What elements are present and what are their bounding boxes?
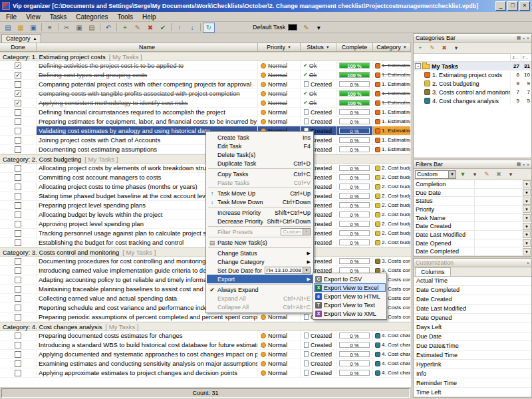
filter-icon[interactable]: ▼	[458, 170, 468, 179]
task-checkbox[interactable]	[15, 193, 21, 200]
delete-category-icon[interactable]: ✖	[439, 43, 450, 53]
column-item-hyperlink[interactable]: Hyperlink	[414, 360, 531, 369]
task-checkbox[interactable]: ✓	[15, 72, 21, 78]
category-group-row[interactable]: Category: 1. Estimating project costs[ M…	[0, 52, 411, 61]
edit-category-icon[interactable]: ✎	[427, 43, 438, 53]
menu-item-change-category[interactable]: Change Category▶	[207, 257, 313, 266]
column-item-due-date[interactable]: Due Date	[414, 332, 531, 342]
task-checkbox[interactable]	[15, 277, 21, 283]
filter-value-dropdown-icon[interactable]: ▼	[523, 248, 531, 255]
task-checkbox[interactable]	[15, 314, 21, 321]
menu-view[interactable]: View	[21, 13, 45, 21]
menu-item-set-due-date-for-selected-tasks[interactable]: Set Due Date for selected tasksПн 13.10.…	[207, 266, 313, 275]
filter-value-dropdown-icon[interactable]: ▼	[523, 214, 531, 221]
filter-row-date-created[interactable]: Date Created▼	[414, 222, 531, 231]
menu-item-expand-all[interactable]: Expand AllCtrl+Alt+E	[207, 294, 313, 303]
filter-value-dropdown-icon[interactable]: ▼	[523, 205, 531, 213]
category-group-row[interactable]: Category: 4. Cost changes analysis[ My T…	[0, 322, 411, 331]
task-checkbox[interactable]: ✓	[15, 100, 21, 106]
filter-row-date-last-modified[interactable]: Date Last Modified▼	[414, 231, 531, 239]
filters-more-icon[interactable]: ▾	[505, 170, 516, 179]
menu-item-export[interactable]: Export▶	[207, 275, 313, 283]
task-checkbox[interactable]	[15, 202, 21, 209]
task-checkbox[interactable]	[15, 286, 21, 293]
complete-task-icon[interactable]: ✔	[157, 23, 169, 33]
menu-tasks[interactable]: Tasks	[45, 13, 72, 21]
menu-item-delete-task-s[interactable]: Delete Task(s)	[207, 150, 313, 159]
submenu-item-export-view-to-text[interactable]: TExport View to Text	[314, 301, 386, 309]
panel-close-icon[interactable]: ×	[527, 36, 529, 41]
cut-icon[interactable]: ✂	[61, 23, 72, 33]
task-checkbox[interactable]: ✓	[15, 90, 21, 97]
categories-more-icon[interactable]: ▾	[451, 43, 462, 53]
task-checkbox[interactable]	[15, 267, 21, 274]
panel-pin-icon[interactable]: ▪	[523, 162, 524, 167]
default-task-color-swatch[interactable]	[288, 24, 297, 31]
move-task-down-icon[interactable]: ↓	[186, 23, 198, 33]
undo-icon[interactable]: ↶	[102, 23, 114, 33]
filter-value-dropdown-icon[interactable]: ▼	[523, 198, 531, 205]
column-header-done[interactable]: Done	[0, 43, 37, 51]
group-by-category-tab[interactable]: Category ▲	[1, 34, 41, 43]
minimize-button[interactable]: _	[495, 1, 506, 11]
refresh-icon[interactable]: ↻	[203, 23, 215, 33]
new-task-icon[interactable]: +	[119, 23, 131, 33]
submenu-item-export-view-to-xml[interactable]: XExport View to XML	[314, 309, 386, 318]
column-item-date-opened[interactable]: Date Opened	[414, 314, 531, 323]
task-row[interactable]: ✓Defining cost types and grouping costsN…	[0, 70, 411, 80]
maximize-button[interactable]: □	[507, 1, 518, 11]
close-button[interactable]: ×	[519, 1, 530, 11]
menu-item-copy-tasks[interactable]: Copy TasksCtrl+C	[207, 170, 313, 178]
tree-item-3-costs-control-and-monitoring[interactable]: 3. Costs control and monitoring77	[414, 88, 531, 96]
edit-default-task-icon[interactable]: ✎	[300, 23, 312, 33]
menu-item-duplicate-task[interactable]: Duplicate TaskCtrl+D	[207, 159, 313, 168]
tree-expander-icon[interactable]: -	[415, 63, 421, 69]
menu-categories[interactable]: Categories	[71, 13, 112, 21]
filter-value-dropdown-icon[interactable]: ▼	[523, 180, 531, 188]
task-row[interactable]: ✓Defining activities the project cost is…	[0, 61, 411, 70]
filter-value-dropdown-icon[interactable]: ▼	[523, 189, 531, 196]
task-row[interactable]: Preparing documented costs estimates for…	[0, 331, 411, 340]
task-checkbox[interactable]	[15, 360, 21, 367]
task-row[interactable]: Applying documented and systematic appro…	[0, 350, 411, 359]
task-checkbox[interactable]	[15, 118, 21, 125]
filter-row-completion[interactable]: Completion▼	[414, 180, 531, 189]
menu-tools[interactable]: Tools	[113, 13, 138, 21]
new-category-icon[interactable]: +	[415, 43, 426, 53]
submenu-item-export-to-csv[interactable]: CExport to CSV	[314, 275, 386, 283]
menu-combo-set-due-date-for-selected-tasks[interactable]: Пн 13.10.2008▼	[265, 267, 311, 274]
default-task-dropdown-icon[interactable]: ▾	[313, 23, 325, 33]
delete-task-icon[interactable]: ✖	[144, 23, 156, 33]
filter-row-due-date[interactable]: Due Date▼	[414, 189, 531, 198]
submenu-item-export-view-to-html[interactable]: eExport View to HTML	[314, 292, 386, 301]
task-checkbox[interactable]	[15, 211, 21, 218]
task-checkbox[interactable]	[15, 258, 21, 265]
filter-value-dropdown-icon[interactable]: ▼	[523, 239, 531, 247]
submenu-item-export-view-to-excel[interactable]: XExport View to Excel	[314, 283, 386, 292]
task-row[interactable]: ✓Comparing costs with tangible profits a…	[0, 89, 411, 98]
filter-dropdown-icon[interactable]: ▼	[403, 45, 407, 49]
column-item-info[interactable]: Info	[414, 369, 531, 378]
task-checkbox[interactable]	[15, 128, 21, 134]
task-row[interactable]: Applying approximate estimates to projec…	[0, 368, 411, 378]
filter-dropdown-icon[interactable]: ▼	[326, 45, 330, 49]
task-checkbox[interactable]	[15, 305, 21, 311]
task-checkbox[interactable]	[15, 342, 21, 348]
menu-item-create-task[interactable]: Create TaskIns	[207, 133, 313, 142]
task-row[interactable]: Preparing estimates for equipment, labor…	[0, 117, 411, 126]
task-checkbox[interactable]	[15, 81, 21, 88]
filter-value-dropdown-icon[interactable]: ▼	[523, 223, 531, 230]
column-item-time-left[interactable]: Time Left	[414, 388, 531, 397]
column-item-estimated-time[interactable]: Estimated Time	[414, 350, 531, 360]
tree-item-my-tasks[interactable]: -My Tasks2731	[414, 62, 531, 70]
menu-item-increase-priority[interactable]: Increase PriorityShift+Ctrl+Up	[207, 208, 313, 217]
combo-arrow-icon[interactable]: ▼	[303, 267, 310, 273]
task-checkbox[interactable]	[15, 239, 21, 246]
copy-icon[interactable]: ▣	[73, 23, 85, 33]
column-header-status[interactable]: Status▼	[301, 43, 336, 51]
menu-item-edit-task[interactable]: Edit TaskF4	[207, 142, 313, 150]
column-item-days-left[interactable]: Days Left	[414, 323, 531, 332]
menu-combo-filter-presets[interactable]: Custom▼	[281, 228, 311, 235]
panel-grid-icon[interactable]: ▦	[517, 162, 521, 167]
filter-dropdown-icon[interactable]: ▼	[287, 45, 291, 49]
